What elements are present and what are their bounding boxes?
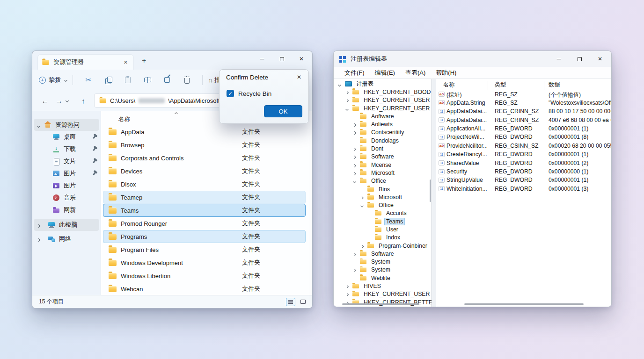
cut-button[interactable]: ✂ — [79, 73, 98, 87]
tab-explorer[interactable]: 资源管理器 ✕ — [37, 54, 134, 70]
chevron-right-icon[interactable] — [346, 97, 348, 103]
values-header-data[interactable]: 数据 — [549, 81, 560, 89]
share-button[interactable] — [157, 73, 177, 87]
chevron-right-icon[interactable] — [37, 222, 40, 229]
chevron-right-icon[interactable] — [353, 170, 356, 176]
tree-item[interactable]: HKEY_CURRENT_BOOD — [334, 88, 429, 96]
tree-item[interactable]: Microsoft — [334, 193, 429, 201]
close-button[interactable]: ✕ — [292, 51, 311, 67]
sidebar-item[interactable]: 音乐 — [34, 192, 99, 204]
sidebar-item[interactable]: 图片 — [34, 180, 99, 192]
registry-value-row[interactable]: abAppData.StringREG_SZ"Wolestoxsviliocxs… — [436, 99, 611, 107]
tree-item[interactable]: Dondolags — [334, 136, 429, 144]
ok-button[interactable]: OK — [264, 105, 302, 117]
values-header-type[interactable]: 类型 — [495, 81, 506, 89]
menu-item[interactable]: 文件(F) — [339, 69, 370, 77]
sidebar-item[interactable]: 文片 — [34, 155, 99, 167]
column-divider[interactable] — [544, 81, 544, 90]
file-row[interactable]: Webcan文件夹 — [103, 282, 306, 295]
sidebar-item-this-pc[interactable]: 此棱脑 — [34, 219, 99, 231]
tree-item[interactable]: HIVES — [334, 282, 429, 290]
tree-item[interactable]: User — [334, 225, 429, 233]
file-row[interactable]: Teams文件夹 — [103, 204, 306, 217]
chevron-down-icon[interactable] — [338, 81, 341, 87]
column-divider[interactable] — [488, 81, 488, 90]
tree-vertical-scrollbar[interactable] — [430, 180, 431, 202]
registry-value-row[interactable]: abProvideNcilitor...REG_CSINN_SZ0x00020 … — [436, 142, 611, 150]
menu-item[interactable]: 帮助(H) — [431, 69, 461, 77]
file-row[interactable]: Programs文件夹 — [103, 230, 306, 243]
pane-splitter[interactable] — [432, 79, 436, 307]
file-row[interactable]: Corporats and Controls文件夹 — [103, 151, 306, 165]
file-row[interactable]: Program Files文件夹 — [103, 243, 306, 256]
registry-value-row[interactable]: 11CreateRiancyl...REG_DWORD0x00000001 (1… — [436, 151, 611, 159]
tree-horizontal-scrollbar[interactable] — [342, 303, 419, 305]
tree-item[interactable]: Aoliewts — [334, 120, 429, 128]
registry-value-row[interactable]: 11SecurityREG_DWORD0x00000000 (1) — [436, 168, 611, 176]
paste-button[interactable] — [118, 73, 138, 87]
regedit-close-button[interactable]: ✕ — [590, 51, 610, 67]
registry-value-row[interactable]: 11StringUpValueREG_DWORD0x00000001 (1) — [436, 176, 611, 185]
tree-item[interactable]: Microsoft — [334, 169, 429, 177]
sidebar-item[interactable]: 网新 — [34, 204, 99, 216]
menu-item[interactable]: 查看(A) — [400, 69, 431, 77]
tree-item[interactable]: Bins — [334, 185, 429, 193]
tree-item[interactable]: System — [334, 258, 429, 266]
values-header-name[interactable]: 名称 — [443, 81, 455, 89]
registry-value-row[interactable]: 11WhiteInitiation...REG_DWORD0x00000001 … — [436, 185, 611, 193]
chevron-right-icon[interactable] — [353, 145, 356, 152]
new-button[interactable]: + 挚拨 — [39, 76, 67, 84]
sidebar-item-home[interactable]: 资源热问 — [34, 119, 99, 131]
regedit-maximize-button[interactable] — [569, 51, 590, 67]
regedit-minimize-button[interactable]: ─ — [549, 51, 569, 67]
tree-item[interactable]: Software — [334, 250, 429, 258]
tree-item[interactable]: Dont — [334, 144, 429, 152]
chevron-down-icon[interactable] — [361, 202, 363, 208]
tree-item[interactable]: HKEY_CURRENT_BETTE — [334, 298, 429, 306]
tree-item[interactable]: HKEY_CURRENT_USER — [334, 290, 429, 298]
tree-item[interactable]: Accunts — [334, 209, 429, 217]
minimize-button[interactable]: ─ — [252, 51, 272, 67]
tree-item[interactable]: Mcense — [334, 161, 429, 169]
copy-button[interactable] — [98, 73, 118, 87]
file-row[interactable]: Browsep文件夹 — [103, 138, 306, 151]
up-button[interactable]: ↑ — [76, 97, 90, 105]
chevron-right-icon[interactable] — [361, 243, 363, 249]
tree-item[interactable]: Teams — [334, 217, 429, 225]
tree-item[interactable]: Indox — [334, 234, 429, 242]
sidebar-item[interactable]: 图片 — [34, 167, 99, 180]
chevron-down-icon[interactable] — [346, 105, 348, 112]
registry-value-row[interactable]: 11AppDataDatai...REG_CRINN_SZ88 00 10 17… — [436, 108, 611, 116]
file-row[interactable]: Teamep文件夹 — [103, 191, 306, 204]
forward-button[interactable]: → — [52, 97, 66, 105]
file-row[interactable]: Disox文件夹 — [103, 178, 306, 191]
sidebar-item[interactable]: ↓下载 — [34, 143, 99, 155]
tree-item[interactable]: Office — [334, 177, 429, 185]
tree-item[interactable]: HKEY_CURRENT_USER — [334, 96, 429, 104]
large-view-button[interactable] — [298, 298, 307, 306]
chevron-right-icon[interactable] — [353, 153, 356, 160]
recycle-bin-checkbox[interactable]: ✓ — [227, 90, 234, 97]
registry-value-row[interactable]: 11SharedValueREG_DWORD0x00000001 (2) — [436, 159, 611, 167]
chevron-right-icon[interactable] — [353, 121, 356, 128]
maximize-button[interactable] — [272, 51, 292, 67]
chevron-right-icon[interactable] — [353, 129, 356, 136]
tab-close-icon[interactable]: ✕ — [122, 58, 130, 66]
tree-item[interactable]: Weblite — [334, 274, 429, 282]
chevron-right-icon[interactable] — [353, 251, 356, 257]
tree-item[interactable]: Aoftware — [334, 112, 429, 120]
tree-item[interactable]: Software — [334, 153, 429, 161]
chevron-right-icon[interactable] — [37, 236, 40, 243]
sidebar-item[interactable]: 桌面 — [34, 131, 99, 143]
registry-value-row[interactable]: 11AppDataDatai...REG_CRINN_SZ4007 é6 68 … — [436, 116, 611, 124]
tree-item[interactable]: 计册表 — [334, 80, 429, 88]
address-bar[interactable]: C:\Users\ \AppData\Microsoft\ — [94, 93, 240, 108]
file-row[interactable]: Windows Libertion文件夹 — [103, 269, 306, 282]
menu-item[interactable]: 编辑(E) — [370, 69, 400, 77]
file-row[interactable]: Windows Development文件夹 — [103, 256, 306, 269]
tree-item[interactable]: HKEY_CURRENT_USER — [334, 104, 429, 112]
registry-value-row[interactable]: ab(採址)REG_SZ(个个值输值) — [436, 90, 611, 99]
chevron-right-icon[interactable] — [346, 291, 348, 297]
chevron-down-icon[interactable] — [353, 178, 356, 184]
chevron-down-icon[interactable] — [37, 122, 40, 129]
